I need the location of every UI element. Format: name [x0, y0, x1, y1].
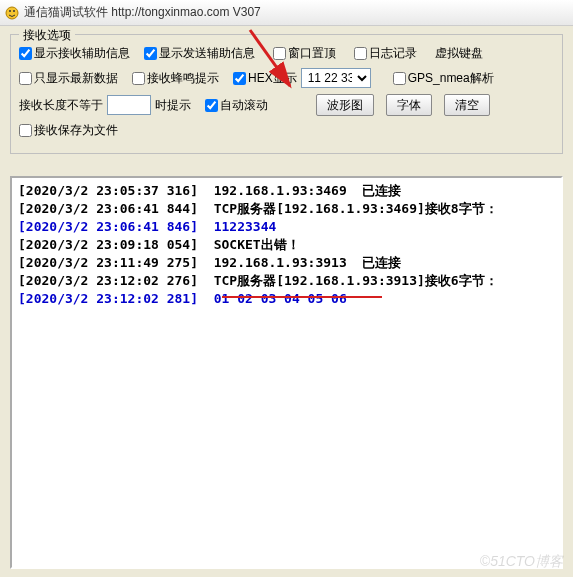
log-line: [2020/3/2 23:11:49 275] 192.168.1.93:391… [18, 254, 555, 272]
btn-waveform[interactable]: 波形图 [316, 94, 374, 116]
chk-label: 只显示最新数据 [34, 70, 118, 87]
chk-only-latest[interactable]: 只显示最新数据 [19, 70, 118, 87]
chk-label: 显示发送辅助信息 [159, 45, 255, 62]
log-line: [2020/3/2 23:12:02 281] 01 02 03 04 05 0… [18, 290, 555, 308]
chk-beep-box[interactable] [132, 72, 145, 85]
svg-point-0 [6, 7, 18, 19]
chk-save-file[interactable]: 接收保存为文件 [19, 122, 118, 139]
options-row-2: 只显示最新数据 接收蜂鸣提示 HEX显示 11 22 33 GPS_nmea解析 [19, 68, 554, 88]
chk-show-send-aux-box[interactable] [144, 47, 157, 60]
btn-font[interactable]: 字体 [386, 94, 432, 116]
chk-label: 显示接收辅助信息 [34, 45, 130, 62]
log-line: [2020/3/2 23:12:02 276] TCP服务器[192.168.1… [18, 272, 555, 290]
group-legend: 接收选项 [19, 27, 75, 44]
chk-log-record-box[interactable] [354, 47, 367, 60]
log-output[interactable]: [2020/3/2 23:05:37 316] 192.168.1.93:346… [10, 176, 563, 569]
chk-hex[interactable]: HEX显示 [233, 70, 297, 87]
log-line: [2020/3/2 23:09:18 054] SOCKET出错！ [18, 236, 555, 254]
chk-show-recv-aux-box[interactable] [19, 47, 32, 60]
chk-label: 日志记录 [369, 45, 417, 62]
log-line: [2020/3/2 23:06:41 844] TCP服务器[192.168.1… [18, 200, 555, 218]
options-row-4: 接收保存为文件 [19, 122, 554, 139]
chk-hex-box[interactable] [233, 72, 246, 85]
chk-auto-scroll[interactable]: 自动滚动 [205, 97, 268, 114]
recv-options-group: 接收选项 显示接收辅助信息 显示发送辅助信息 窗口置顶 日志记录 虚拟键盘 只显… [10, 34, 563, 154]
window-title: 通信猫调试软件 http://tongxinmao.com V307 [24, 4, 261, 21]
chk-auto-scroll-box[interactable] [205, 99, 218, 112]
chk-show-recv-aux[interactable]: 显示接收辅助信息 [19, 45, 130, 62]
app-icon [4, 5, 20, 21]
chk-label: GPS_nmea解析 [408, 70, 494, 87]
watermark: ©51CTO博客 [480, 553, 563, 571]
chk-gps-box[interactable] [393, 72, 406, 85]
log-line: [2020/3/2 23:05:37 316] 192.168.1.93:346… [18, 182, 555, 200]
options-row-3: 接收长度不等于 时提示 自动滚动 波形图 字体 清空 [19, 94, 554, 116]
annotation-underline [222, 296, 382, 298]
chk-label: HEX显示 [248, 70, 297, 87]
svg-point-1 [9, 10, 11, 12]
chk-log-record[interactable]: 日志记录 [354, 45, 417, 62]
chk-window-top[interactable]: 窗口置顶 [273, 45, 336, 62]
hex-combo[interactable]: 11 22 33 [301, 68, 371, 88]
options-row-1: 显示接收辅助信息 显示发送辅助信息 窗口置顶 日志记录 虚拟键盘 [19, 45, 554, 62]
btn-clear[interactable]: 清空 [444, 94, 490, 116]
chk-only-latest-box[interactable] [19, 72, 32, 85]
chk-label: 窗口置顶 [288, 45, 336, 62]
chk-window-top-box[interactable] [273, 47, 286, 60]
chk-label: 自动滚动 [220, 97, 268, 114]
chk-label: 接收保存为文件 [34, 122, 118, 139]
time-hint-label: 时提示 [155, 97, 191, 114]
chk-label: 接收蜂鸣提示 [147, 70, 219, 87]
log-line: [2020/3/2 23:06:41 846] 11223344 [18, 218, 555, 236]
chk-beep[interactable]: 接收蜂鸣提示 [132, 70, 219, 87]
svg-point-2 [13, 10, 15, 12]
chk-label: 虚拟键盘 [435, 45, 483, 62]
len-input[interactable] [107, 95, 151, 115]
titlebar: 通信猫调试软件 http://tongxinmao.com V307 [0, 0, 573, 26]
len-label: 接收长度不等于 [19, 97, 103, 114]
chk-gps[interactable]: GPS_nmea解析 [393, 70, 494, 87]
chk-show-send-aux[interactable]: 显示发送辅助信息 [144, 45, 255, 62]
chk-virtual-keyboard[interactable]: 虚拟键盘 [435, 45, 483, 62]
chk-save-file-box[interactable] [19, 124, 32, 137]
